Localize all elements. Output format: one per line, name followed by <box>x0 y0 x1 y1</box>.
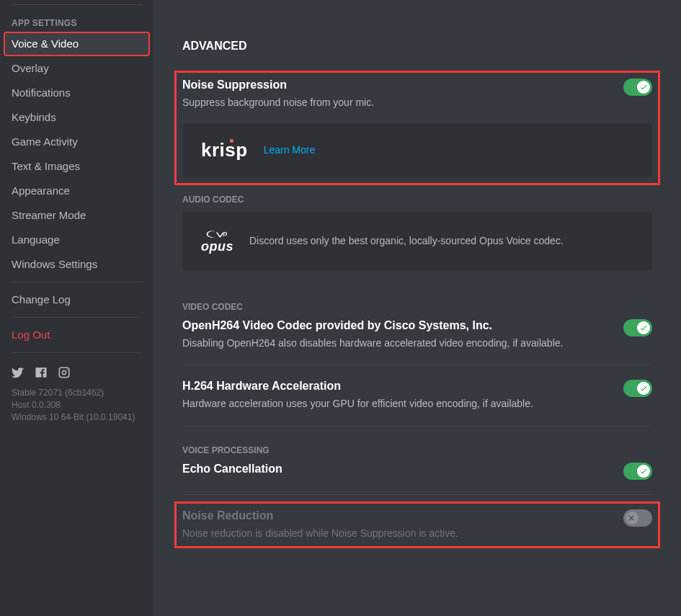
version-line: Host 0.0.308 <box>12 399 142 411</box>
sidebar-item-label: Game Activity <box>12 135 78 148</box>
version-line: Stable 72071 (6cb1462) <box>12 387 142 399</box>
noise-reduction-title: Noise Reduction <box>182 509 458 522</box>
sidebar-item-windows-settings[interactable]: Windows Settings <box>4 253 149 276</box>
opus-desc: Discord uses only the best organic, loca… <box>249 235 564 246</box>
twitter-icon[interactable] <box>12 366 25 381</box>
h264-hw-toggle[interactable] <box>623 380 652 397</box>
divider <box>182 365 652 365</box>
noise-suppression-desc: Suppress background noise from your mic. <box>182 96 374 110</box>
sidebar-item-label: Log Out <box>12 329 50 341</box>
sidebar-item-appearance[interactable]: Appearance <box>4 179 149 202</box>
openh264-desc: Disabling OpenH264 also disables hardwar… <box>182 336 563 351</box>
audio-codec-heading: AUDIO CODEC <box>182 195 652 205</box>
sidebar-item-keybinds[interactable]: Keybinds <box>4 106 149 129</box>
advanced-heading: ADVANCED <box>182 40 652 53</box>
h264-hw-desc: Hardware acceleration uses your GPU for … <box>182 397 533 411</box>
openh264-title: OpenH264 Video Codec provided by Cisco S… <box>182 319 563 332</box>
version-line: Windows 10 64-Bit (10.0.19041) <box>12 411 142 424</box>
sidebar-item-label: Change Log <box>12 293 71 305</box>
openh264-toggle[interactable] <box>623 319 652 336</box>
settings-main: ADVANCED Noise Suppression Suppress back… <box>153 0 681 616</box>
sidebar-item-label: Windows Settings <box>12 258 97 270</box>
sidebar-item-change-log[interactable]: Change Log <box>4 288 149 311</box>
sidebar-item-label: Language <box>12 233 60 246</box>
sidebar-item-label: Notifications <box>12 86 71 99</box>
sidebar-item-streamer-mode[interactable]: Streamer Mode <box>4 204 149 227</box>
toggle-knob <box>637 81 650 94</box>
krisp-logo: krisp <box>201 139 248 161</box>
echo-cancellation-title: Echo Cancellation <box>182 463 282 476</box>
sidebar-divider <box>12 282 142 282</box>
opus-card: opus Discord uses only the best organic,… <box>182 212 652 270</box>
noise-reduction-toggle[interactable] <box>623 509 652 527</box>
video-codec-group: VIDEO CODEC OpenH264 Video Codec provide… <box>182 302 652 427</box>
toggle-knob <box>637 465 650 478</box>
sidebar-divider <box>12 352 142 353</box>
audio-codec-group: AUDIO CODEC opus Discord uses only the b… <box>182 195 652 270</box>
voice-processing-heading: VOICE PROCESSING <box>182 445 652 455</box>
version-info: Stable 72071 (6cb1462) Host 0.0.308 Wind… <box>4 387 149 423</box>
divider <box>182 494 652 495</box>
krisp-logo-text: krisp <box>201 139 248 161</box>
divider <box>182 426 652 427</box>
sidebar-item-label: Keybinds <box>12 111 56 123</box>
noise-reduction-desc: Noise reduction is disabled while Noise … <box>182 527 458 541</box>
echo-cancellation-toggle[interactable] <box>623 463 652 480</box>
sidebar-item-game-activity[interactable]: Game Activity <box>4 130 149 153</box>
sidebar-item-notifications[interactable]: Notifications <box>4 81 149 104</box>
facebook-icon[interactable] <box>35 366 48 381</box>
noise-suppression-group: Noise Suppression Suppress background no… <box>178 74 656 182</box>
krisp-learn-more-link[interactable]: Learn More <box>264 144 316 156</box>
social-links <box>4 359 149 387</box>
sidebar-item-overlay[interactable]: Overlay <box>4 57 149 80</box>
krisp-card: krisp Learn More <box>182 123 652 177</box>
toggle-knob <box>626 512 638 525</box>
instagram-icon[interactable] <box>58 366 71 381</box>
sidebar-item-log-out[interactable]: Log Out <box>4 323 149 347</box>
sidebar-section-header: APP SETTINGS <box>4 11 149 32</box>
noise-suppression-toggle[interactable] <box>623 79 652 96</box>
sidebar-item-label: Overlay <box>12 62 49 74</box>
sidebar-item-label: Voice & Video <box>12 37 79 50</box>
settings-sidebar: APP SETTINGS Voice & Video Overlay Notif… <box>0 0 153 616</box>
video-codec-heading: VIDEO CODEC <box>182 302 652 312</box>
sidebar-item-label: Streamer Mode <box>12 209 86 221</box>
noise-reduction-group: Noise Reduction Noise reduction is disab… <box>178 505 656 545</box>
opus-logo-text: opus <box>201 239 233 254</box>
opus-logo: opus <box>201 228 233 254</box>
h264-hw-title: H.264 Hardware Acceleration <box>182 380 533 393</box>
sidebar-item-language[interactable]: Language <box>4 228 149 251</box>
sidebar-divider <box>12 4 142 5</box>
sidebar-item-text-images[interactable]: Text & Images <box>4 155 149 178</box>
krisp-dot-icon <box>230 139 233 143</box>
noise-suppression-title: Noise Suppression <box>182 79 374 91</box>
toggle-knob <box>637 382 650 395</box>
sidebar-item-label: Appearance <box>12 184 70 197</box>
sidebar-item-label: Text & Images <box>12 160 80 172</box>
sidebar-item-voice-video[interactable]: Voice & Video <box>4 32 149 55</box>
voice-processing-group: VOICE PROCESSING Echo Cancellation Noise… <box>182 445 652 545</box>
sidebar-divider <box>12 317 142 318</box>
toggle-knob <box>637 321 650 334</box>
